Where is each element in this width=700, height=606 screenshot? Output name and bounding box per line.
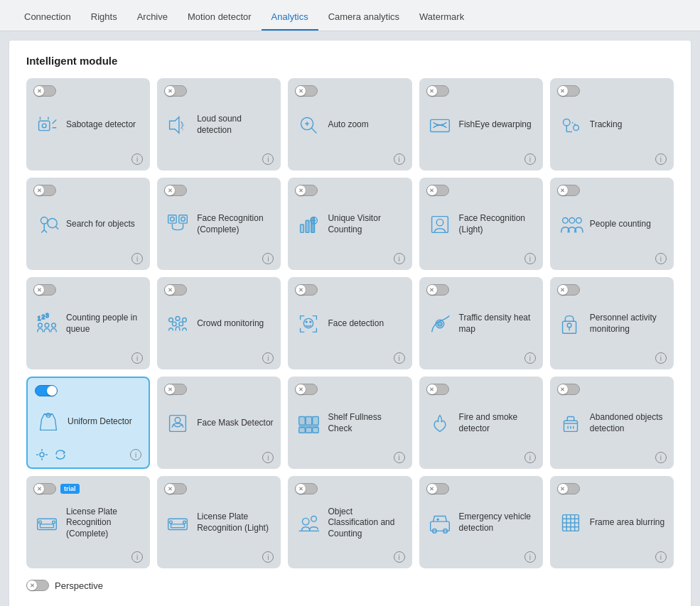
svg-point-42	[310, 321, 311, 323]
toggle-traffic-density[interactable]: ✕✓	[426, 284, 449, 296]
svg-rect-53	[313, 417, 319, 425]
tracking-info[interactable]: i	[655, 153, 667, 165]
svg-point-12	[48, 218, 57, 227]
crowd-monitoring-icon	[164, 310, 191, 337]
card-license-plate-light: ✕✓ License Plate Recognition (Light) i	[157, 476, 281, 568]
fire-smoke-info[interactable]: i	[524, 452, 536, 463]
toggle-abandoned-objects[interactable]: ✕✓	[557, 384, 580, 395]
toggle-loud-sound[interactable]: ✕✓	[164, 85, 187, 97]
unique-visitor-icon	[295, 211, 322, 238]
toggle-perspective[interactable]: ✕✓	[26, 580, 49, 591]
unique-visitor-info[interactable]: i	[394, 253, 405, 264]
card-search-objects: ✕✓ Search for objects i	[26, 178, 150, 270]
face-mask-label: Face Mask Detector	[197, 418, 273, 429]
loud-sound-info[interactable]: i	[262, 153, 274, 165]
license-plate-light-info[interactable]: i	[262, 551, 274, 563]
uniform-detector-info[interactable]: i	[130, 449, 141, 460]
auto-zoom-icon	[295, 112, 322, 139]
search-objects-info[interactable]: i	[131, 253, 143, 264]
auto-zoom-label: Auto zoom	[328, 119, 368, 131]
toggle-personnel-activity[interactable]: ✕✓	[557, 284, 580, 296]
card-uniform-detector: ✕✓ Uniform Detector	[26, 377, 150, 469]
emergency-vehicle-info[interactable]: i	[524, 551, 536, 563]
loud-sound-icon	[164, 112, 191, 139]
perspective-label: Perspective	[55, 580, 103, 591]
toggle-crowd-monitoring[interactable]: ✕✓	[164, 284, 187, 296]
toggle-auto-zoom[interactable]: ✕✓	[295, 85, 318, 97]
fisheye-info[interactable]: i	[524, 153, 536, 165]
object-classification-info[interactable]: i	[394, 551, 405, 563]
card-emergency-vehicle: ✕✓ Emergency vehicle detection	[419, 476, 543, 568]
card-auto-zoom: ✕✓ Auto zoom i	[288, 78, 411, 171]
uniform-detector-label: Uniform Detector	[68, 416, 132, 428]
modules-grid: ✕✓ Sabotage detector i	[26, 78, 674, 568]
nav-item-archive[interactable]: Archive	[127, 6, 178, 31]
svg-rect-0	[39, 121, 50, 130]
toggle-frame-blurring[interactable]: ✕✓	[557, 483, 580, 494]
svg-point-44	[438, 322, 442, 326]
nav-item-motion-detector[interactable]: Motion detector	[178, 6, 262, 31]
toggle-uniform-detector[interactable]: ✕✓	[35, 385, 58, 396]
card-tracking: ✕✓ Tracking i	[550, 78, 674, 171]
toggle-people-counting[interactable]: ✕✓	[557, 185, 580, 196]
toggle-license-plate-complete[interactable]: ✕✓	[33, 483, 56, 494]
toggle-emergency-vehicle[interactable]: ✕✓	[426, 483, 449, 494]
toggle-fisheye[interactable]: ✕✓	[426, 85, 449, 97]
face-recognition-light-info[interactable]: i	[524, 253, 536, 264]
toggle-face-recognition-light[interactable]: ✕✓	[426, 185, 449, 196]
frame-blurring-info[interactable]: i	[655, 551, 667, 563]
fire-smoke-icon	[426, 410, 453, 437]
object-classification-label: Object Classification and Counting	[328, 507, 404, 540]
svg-rect-64	[41, 524, 54, 528]
face-detection-info[interactable]: i	[394, 352, 405, 364]
face-recognition-complete-info[interactable]: i	[262, 253, 274, 264]
nav-item-watermark[interactable]: Watermark	[409, 6, 474, 31]
crowd-monitoring-info[interactable]: i	[262, 352, 274, 364]
trial-badge-license-complete: trial	[60, 484, 80, 494]
uniform-settings-icon[interactable]	[35, 448, 49, 462]
abandoned-objects-info[interactable]: i	[655, 452, 667, 463]
toggle-object-classification[interactable]: ✕✓	[295, 483, 318, 494]
svg-rect-19	[306, 220, 310, 232]
svg-marker-2	[170, 117, 179, 134]
toggle-face-recognition-complete[interactable]: ✕✓	[164, 185, 187, 196]
traffic-density-info[interactable]: i	[524, 352, 536, 364]
card-sabotage: ✕✓ Sabotage detector i	[26, 78, 150, 171]
abandoned-objects-icon	[557, 410, 584, 437]
card-traffic-density: ✕✓ Traffic density heat map i	[419, 277, 543, 369]
people-counting-info[interactable]: i	[655, 253, 667, 264]
tracking-icon	[557, 112, 584, 139]
counting-queue-info[interactable]: i	[131, 352, 143, 364]
svg-point-71	[303, 518, 310, 525]
toggle-shelf-fullness[interactable]: ✕✓	[295, 384, 318, 395]
toggle-counting-queue[interactable]: ✕✓	[33, 284, 56, 296]
uniform-refresh-icon[interactable]	[53, 448, 68, 462]
auto-zoom-info[interactable]: i	[394, 153, 405, 165]
nav-item-connection[interactable]: Connection	[14, 6, 81, 31]
svg-point-65	[39, 521, 42, 524]
sabotage-info[interactable]: i	[131, 153, 143, 165]
svg-rect-15	[179, 215, 187, 223]
toggle-face-mask[interactable]: ✕✓	[164, 384, 187, 395]
toggle-search-objects[interactable]: ✕✓	[33, 185, 56, 196]
personnel-activity-info[interactable]: i	[655, 352, 667, 364]
face-mask-info[interactable]: i	[262, 452, 274, 463]
toggle-tracking[interactable]: ✕✓	[557, 85, 580, 97]
toggle-face-detection[interactable]: ✕✓	[295, 284, 318, 296]
toggle-license-plate-light[interactable]: ✕✓	[164, 483, 187, 494]
toggle-unique-visitor[interactable]: ✕✓	[295, 185, 318, 196]
license-plate-complete-info[interactable]: i	[131, 551, 143, 563]
counting-queue-label: Counting people in queue	[66, 313, 143, 335]
svg-point-46	[567, 323, 571, 328]
crowd-monitoring-label: Crowd monitoring	[197, 318, 264, 330]
toggle-fire-smoke[interactable]: ✕✓	[426, 384, 449, 395]
nav-item-analytics[interactable]: Analytics	[262, 6, 318, 31]
personnel-activity-icon	[557, 310, 584, 337]
nav-item-camera-analytics[interactable]: Camera analytics	[318, 6, 409, 31]
nav-item-rights[interactable]: Rights	[81, 6, 127, 31]
svg-point-69	[170, 521, 173, 524]
face-recognition-light-label: Face Recognition (Light)	[459, 213, 536, 235]
shelf-fullness-info[interactable]: i	[394, 452, 405, 463]
card-object-classification: ✕✓ Object Classification and Counting i	[288, 476, 411, 568]
toggle-sabotage[interactable]: ✕✓	[33, 85, 56, 97]
